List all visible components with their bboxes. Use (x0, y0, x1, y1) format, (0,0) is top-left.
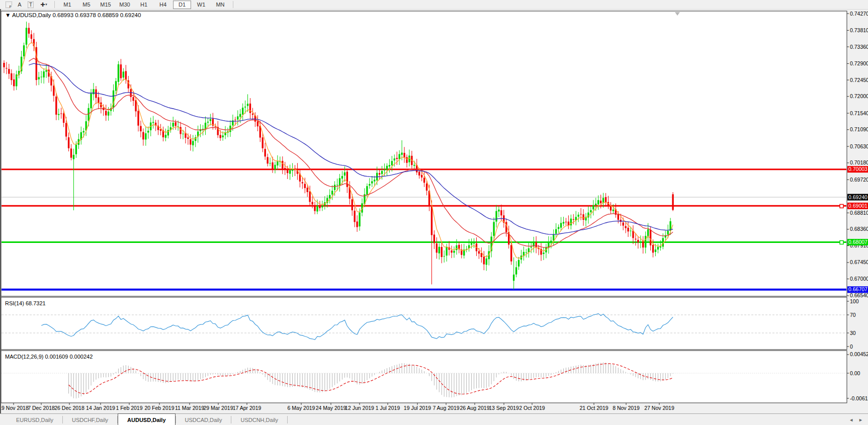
mt4-window: { "toolbar": { "icons": [ {"name": "fibo… (0, 0, 868, 425)
rsi-axis-label: 0 (850, 344, 853, 350)
date-axis-label: 19 Nov 2018 (0, 405, 29, 411)
chart-tab-eurusd[interactable]: EURUSD,Daily (7, 414, 62, 425)
timeframe-button-m15[interactable]: M15 (97, 1, 115, 9)
chart-tab-usdcnh[interactable]: USDCNH,Daily (231, 414, 287, 425)
price-axis-label: 0.67450 (850, 259, 868, 265)
date-axis-label: 27 Nov 2019 (644, 405, 674, 411)
price-axis-label: 0.70630 (850, 143, 868, 149)
date-axis-label: 21 Oct 2019 (579, 405, 608, 411)
rsi-axis: 10070300 (847, 298, 859, 350)
price-axis-label: 0.72900 (850, 60, 868, 66)
date-axis-label: 12 Jun 2019 (345, 405, 374, 411)
price-axis-label: 0.74270 (850, 11, 868, 17)
hline-price-label: 0.66707 (848, 286, 867, 292)
date-axis-label: 11 Mar 2019 (175, 405, 204, 411)
text-tool-icon[interactable]: A (14, 1, 25, 9)
chart-tab-usdcad[interactable]: USDCAD,Daily (176, 414, 231, 425)
tab-scroll-controls: ◄ ► (849, 414, 868, 425)
date-axis-label: 26 Dec 2018 (54, 405, 84, 411)
macd-axis: 0.0045280.00-0.00612 (847, 351, 868, 401)
price-axis-label: 0.72450 (850, 77, 868, 83)
rsi-axis-label: 100 (850, 298, 859, 304)
chart-title[interactable]: ▼ AUDUSD,Daily 0.68993 0.69378 0.68859 0… (5, 12, 141, 18)
price-axis-label: 0.70180 (850, 159, 868, 165)
date-axis-label: 8 Nov 2019 (613, 405, 640, 411)
macd-axis-label: 0.00 (850, 370, 860, 376)
rsi-axis-label: 70 (850, 312, 856, 318)
date-axis-label: 14 Jan 2019 (86, 405, 115, 411)
date-axis-label: 13 Sep 2019 (489, 405, 519, 411)
timeframe-button-m5[interactable]: M5 (77, 1, 96, 9)
dropdown-caret-icon: ▾ (45, 3, 47, 7)
toolbar: F A T ✚ ▾ M1M5M15M30H1H4D1W1MN (0, 0, 868, 10)
date-axis-label: 20 Feb 2019 (145, 405, 175, 411)
fibonacci-tool-icon[interactable]: F (3, 1, 14, 9)
arrows-glyph: ✚ (40, 2, 45, 8)
tab-scroll-left-icon[interactable]: ◄ (849, 417, 853, 422)
rsi-axis-label: 30 (850, 330, 856, 336)
hline-price-label: 0.70003 (848, 166, 867, 172)
timeframe-button-mn[interactable]: MN (211, 1, 229, 9)
date-axis-label: 29 Mar 2019 (204, 405, 233, 411)
price-axis-label: 0.73360 (850, 44, 868, 50)
window-left-edge (0, 9, 1, 413)
macd-label: MACD(12,26,9) 0.001609 0.000242 (5, 354, 93, 360)
hline-price-label: 0.69001 (848, 203, 867, 209)
date-axis-label: 1 Feb 2019 (116, 405, 142, 411)
label-tool-icon[interactable]: T (25, 1, 36, 9)
chart-tab-bar: EURUSD,DailyUSDCHF,DailyAUDUSD,DailyUSDC… (0, 413, 868, 425)
price-axis-label: 0.71540 (850, 110, 868, 116)
toolbar-separator (54, 1, 55, 8)
label-tool-glyph: T (28, 2, 34, 8)
timeframe-button-m30[interactable]: M30 (116, 1, 134, 9)
arrow-tools-icon[interactable]: ✚ ▾ (36, 1, 51, 9)
price-axis-label: 0.68360 (850, 226, 868, 232)
date-axis-label: 6 May 2019 (288, 405, 315, 411)
date-axis-label: 17 Apr 2019 (233, 405, 262, 411)
date-axis-label: 26 Aug 2019 (460, 405, 490, 411)
chart-tab-usdchf[interactable]: USDCHF,Daily (63, 414, 117, 425)
date-axis-label: 24 May 2019 (316, 405, 346, 411)
rsi-label: RSI(14) 68.7321 (5, 300, 46, 306)
price-axis-label: 0.71090 (850, 126, 868, 132)
price-axis-label: 0.73810 (850, 27, 868, 33)
toolbar-separator (233, 1, 233, 8)
macd-axis-label: -0.00612 (850, 395, 868, 401)
price-axis-label: 0.67000 (850, 276, 868, 282)
date-axis-label: 19 Jul 2019 (404, 405, 431, 411)
hline-price-label: 0.68007 (848, 239, 867, 245)
price-axis-label: 0.72000 (850, 93, 868, 99)
date-axis: 19 Nov 20187 Dec 201826 Dec 201814 Jan 2… (0, 403, 674, 411)
price-axis-label: 0.68810 (850, 210, 868, 216)
text-tool-glyph: A (18, 2, 21, 8)
fibonacci-grid-glyph: F (6, 2, 12, 8)
timeframe-button-m1[interactable]: M1 (58, 1, 76, 9)
timeframe-button-w1[interactable]: W1 (192, 1, 210, 9)
date-axis-label: 2 Oct 2019 (519, 405, 545, 411)
current-price-label: 0.69240 (848, 194, 867, 200)
chart-area[interactable]: 0.742700.738100.733600.729000.724500.720… (0, 9, 868, 413)
panel-frames (1, 11, 847, 403)
tab-separator (287, 416, 288, 423)
chart-tab-audusd[interactable]: AUDUSD,Daily (118, 413, 175, 425)
price-axis-label: 0.69720 (850, 177, 868, 183)
timeframe-button-h1[interactable]: H1 (135, 1, 153, 9)
macd-axis-label: 0.004528 (850, 351, 868, 357)
date-axis-label: 7 Dec 2018 (28, 405, 55, 411)
date-axis-label: 7 Aug 2019 (432, 405, 459, 411)
timeframe-button-h4[interactable]: H4 (154, 1, 172, 9)
date-axis-label: 1 Jul 2019 (376, 405, 400, 411)
tab-scroll-right-icon[interactable]: ► (858, 417, 863, 422)
timeframe-button-d1[interactable]: D1 (173, 1, 191, 9)
